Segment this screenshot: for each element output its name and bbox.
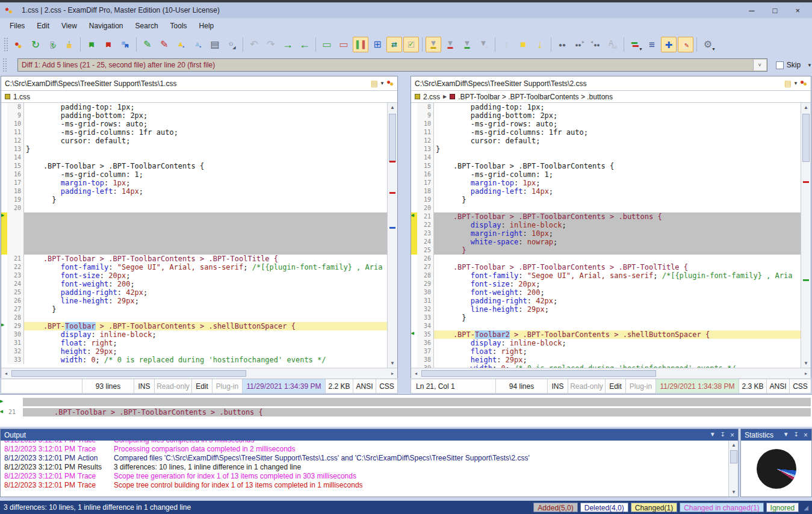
right-file-path[interactable]: C:\Src\ExamDiff\Specs\TreeSitter Support… — [415, 79, 784, 88]
pane-options-icon[interactable]: ▤ — [371, 79, 378, 88]
toolbar-grip[interactable] — [4, 37, 8, 52]
left-vertical-scrollbar[interactable]: ▲▼ — [387, 103, 397, 368]
breadcrumb-item[interactable]: 2.css — [423, 93, 440, 101]
badge-changed-in-changed[interactable]: Changed in changed(1) — [680, 503, 763, 512]
right-code-area[interactable]: 8 padding-top: 1px;9 padding-bottom: 2px… — [411, 103, 801, 368]
filter-all-diffs-icon[interactable]: ▼▬ — [426, 37, 441, 52]
find-files-icon[interactable]: ○◢ — [224, 37, 240, 52]
badge-added[interactable]: Added(5,0) — [533, 503, 577, 512]
show-first-only-icon[interactable]: ▭ — [319, 37, 335, 52]
save-diff-report-icon[interactable]: ▲▪ — [190, 37, 206, 52]
pane-dropdown-icon[interactable]: ▼ — [793, 81, 798, 86]
output-dropdown-icon[interactable]: ▼ — [710, 431, 716, 439]
diff-margin — [1, 179, 7, 187]
badge-changed[interactable]: Changed(1) — [631, 503, 677, 512]
skip-dropdown-icon[interactable]: ▼ — [807, 63, 812, 68]
edit-first-icon[interactable]: ✎ — [140, 37, 155, 52]
next-diff-icon[interactable]: ↓ — [532, 37, 548, 52]
maximize-button[interactable]: □ — [773, 6, 778, 15]
edit-second-icon[interactable]: ✎ — [157, 37, 172, 52]
menu-files[interactable]: Files — [4, 19, 31, 33]
right-vertical-scrollbar[interactable]: ▲▼ — [801, 103, 811, 368]
left-file-pane: C:\Src\ExamDiff\Specs\TreeSitter Support… — [1, 76, 398, 378]
menu-tools[interactable]: Tools — [164, 19, 193, 33]
find-prev-icon[interactable]: ●●◂ — [588, 37, 604, 52]
code-line: 15 .BPT-Toolbar > .BPT-ToolbarContents { — [411, 162, 801, 170]
badge-deleted[interactable]: Deleted(4,0) — [580, 503, 628, 512]
plugins-icon[interactable]: ✚ — [661, 37, 677, 52]
line-number: 8 — [7, 103, 24, 111]
minimize-button[interactable]: ─ — [749, 6, 754, 15]
menu-help[interactable]: Help — [193, 19, 220, 33]
menu-navigation[interactable]: Navigation — [83, 19, 129, 33]
show-checkmarks-icon[interactable]: □✓ — [403, 37, 419, 52]
diff-bar-grip[interactable] — [2, 58, 7, 72]
left-code-area[interactable]: 8 padding-top: 1px;9 padding-bottom: 2px… — [1, 103, 387, 368]
swap-panes-icon[interactable]: ■⇄ — [386, 37, 402, 52]
menu-edit[interactable]: Edit — [31, 19, 55, 33]
pane-options-icon[interactable]: ▤ — [784, 79, 792, 88]
diff-margin — [1, 280, 7, 288]
code-line: 8 padding-top: 1px; — [1, 103, 387, 111]
statistics-close-icon[interactable]: × — [804, 431, 808, 439]
left-horizontal-scrollbar[interactable]: ◂▸ — [1, 368, 397, 379]
copy-left-icon[interactable]: ← — [297, 37, 312, 52]
status-cell: Plug-in — [625, 379, 655, 393]
menu-search[interactable]: Search — [129, 19, 164, 33]
show-second-only-icon[interactable]: ▭ — [336, 37, 352, 52]
filter-other-icon[interactable]: ▼● — [476, 37, 492, 52]
syntax-highlight-icon[interactable]: ▯✎ — [678, 37, 693, 52]
line-number: 19 — [417, 196, 434, 204]
left-file-path[interactable]: C:\Src\ExamDiff\Specs\TreeSitter Support… — [5, 79, 371, 88]
skip-label: Skip — [787, 61, 801, 69]
grid-view-icon[interactable]: ⊞ — [370, 37, 385, 52]
find-icon[interactable]: ●● — [554, 37, 570, 52]
split-view-icon[interactable]: ▌▐ — [353, 37, 368, 52]
diff-details-icon[interactable]: ▬▬▼ — [627, 37, 643, 52]
right-horizontal-scrollbar[interactable]: ◂▸ — [411, 368, 811, 379]
statistics-pin-icon[interactable]: ↧ — [794, 431, 799, 439]
diff-margin — [411, 179, 417, 187]
line-details-icon[interactable]: ≡ — [644, 37, 660, 52]
breadcrumb-item[interactable]: .BPT-Toolbar > .BPT-ToolbarContents > .b… — [458, 93, 613, 101]
save-report-icon[interactable]: ▲▪ — [173, 37, 189, 52]
save-first-icon[interactable]: ■▪ — [84, 37, 99, 52]
find-next-icon[interactable]: ●●▸ — [571, 37, 587, 52]
breadcrumb-item[interactable]: 1.css — [13, 93, 30, 101]
close-button[interactable]: × — [795, 6, 800, 15]
refresh-icon[interactable]: ↻ — [28, 37, 43, 52]
pane-compare-icon[interactable]: ● ● — [800, 79, 808, 88]
recompare-icon[interactable]: ▯↻ — [45, 37, 60, 52]
line-number: 23 — [417, 229, 434, 238]
code-line: 36 display: inline-block; — [411, 339, 801, 347]
combo-dropdown-icon[interactable]: ˅ — [753, 60, 766, 70]
output-pin-icon[interactable]: ↧ — [721, 431, 725, 439]
save-both-icon[interactable]: ■■▪ — [117, 37, 133, 52]
diff-type-badges: Added(5,0)Deleted(4,0)Changed(1)Changed … — [533, 503, 799, 512]
title-bar: ●● 1.css | 2.css - ExamDiff Pro, Master … — [0, 2, 812, 18]
print-icon[interactable]: ▤ — [207, 37, 223, 52]
statistics-dropdown-icon[interactable]: ▼ — [783, 431, 789, 439]
resize-grip[interactable]: ◢ — [804, 504, 808, 511]
copy-right-icon[interactable]: → — [280, 37, 296, 52]
toolbar-separator — [696, 37, 697, 52]
compare-icon[interactable]: ●● — [11, 37, 26, 52]
filter-deleted-icon[interactable]: ▼▬ — [442, 37, 458, 52]
diff-margin — [1, 145, 7, 153]
current-diff-combo[interactable]: Diff 1: Add 5 lines (21 - 25, second fil… — [17, 58, 767, 72]
output-close-icon[interactable]: × — [730, 431, 734, 439]
open-files-icon[interactable]: ■↑ — [61, 37, 77, 52]
pane-dropdown-icon[interactable]: ▼ — [380, 81, 385, 86]
current-diff-icon[interactable]: ■ — [515, 37, 531, 52]
save-second-icon[interactable]: ■▪ — [101, 37, 116, 52]
pane-compare-icon[interactable]: ● ● — [386, 79, 395, 88]
diff-marker-icon: ◀ — [411, 213, 414, 218]
status-cell: 2.3 KB — [739, 379, 766, 393]
settings-icon[interactable]: ⚙▼ — [700, 37, 716, 52]
code-line: 18 padding-left: 14px; — [1, 187, 387, 196]
badge-ignored[interactable]: Ignored — [766, 503, 799, 512]
output-vertical-scrollbar[interactable]: ▲ ▼ — [728, 441, 738, 497]
menu-view[interactable]: View — [55, 19, 83, 33]
skip-checkbox[interactable] — [776, 61, 784, 69]
filter-added-icon[interactable]: ▼▬ — [459, 37, 475, 52]
